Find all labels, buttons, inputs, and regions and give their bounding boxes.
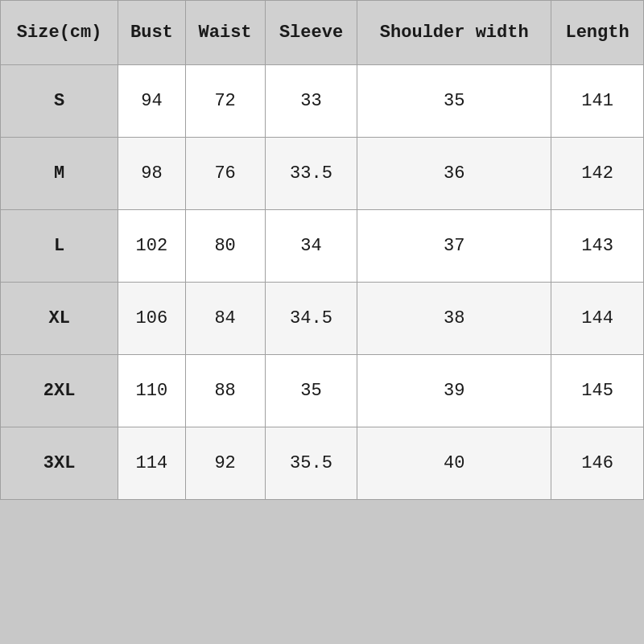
cell-shoulder: 38	[357, 283, 551, 355]
cell-waist: 84	[185, 283, 265, 355]
header-shoulder-width: Shoulder width	[357, 1, 551, 65]
cell-length: 141	[551, 65, 644, 138]
cell-size: M	[1, 138, 118, 210]
cell-sleeve: 34	[265, 210, 357, 283]
cell-shoulder: 39	[357, 355, 551, 427]
cell-bust: 106	[118, 283, 185, 355]
header-sleeve: Sleeve	[265, 1, 357, 65]
cell-bust: 102	[118, 210, 185, 283]
header-bust: Bust	[118, 1, 185, 65]
cell-sleeve: 35.5	[265, 427, 357, 500]
header-size: Size(cm)	[1, 1, 118, 65]
cell-size: L	[1, 210, 118, 283]
cell-length: 143	[551, 210, 644, 283]
cell-shoulder: 36	[357, 138, 551, 210]
header-length: Length	[551, 1, 644, 65]
cell-shoulder: 35	[357, 65, 551, 138]
cell-size: 3XL	[1, 427, 118, 500]
cell-length: 145	[551, 355, 644, 427]
table-header-row: Size(cm) Bust Waist Sleeve Shoulder widt…	[1, 1, 644, 65]
cell-sleeve: 33.5	[265, 138, 357, 210]
cell-waist: 92	[185, 427, 265, 500]
cell-bust: 114	[118, 427, 185, 500]
cell-sleeve: 34.5	[265, 283, 357, 355]
cell-shoulder: 40	[357, 427, 551, 500]
cell-waist: 72	[185, 65, 265, 138]
cell-sleeve: 33	[265, 65, 357, 138]
cell-size: 2XL	[1, 355, 118, 427]
table-row: M987633.536142	[1, 138, 644, 210]
cell-bust: 98	[118, 138, 185, 210]
cell-bust: 94	[118, 65, 185, 138]
table-row: S94723335141	[1, 65, 644, 138]
cell-shoulder: 37	[357, 210, 551, 283]
cell-length: 142	[551, 138, 644, 210]
cell-size: XL	[1, 283, 118, 355]
table-row: 2XL110883539145	[1, 355, 644, 427]
cell-waist: 88	[185, 355, 265, 427]
cell-bust: 110	[118, 355, 185, 427]
table-row: L102803437143	[1, 210, 644, 283]
size-chart-table: Size(cm) Bust Waist Sleeve Shoulder widt…	[0, 0, 644, 500]
cell-length: 144	[551, 283, 644, 355]
cell-waist: 80	[185, 210, 265, 283]
table-row: 3XL1149235.540146	[1, 427, 644, 500]
cell-waist: 76	[185, 138, 265, 210]
cell-size: S	[1, 65, 118, 138]
cell-length: 146	[551, 427, 644, 500]
size-chart-wrapper: Size(cm) Bust Waist Sleeve Shoulder widt…	[0, 0, 644, 500]
cell-sleeve: 35	[265, 355, 357, 427]
header-waist: Waist	[185, 1, 265, 65]
table-row: XL1068434.538144	[1, 283, 644, 355]
